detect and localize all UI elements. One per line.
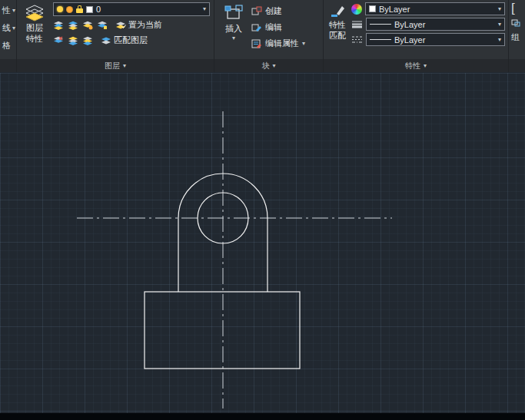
panel-left-partial: 性 ▾ 线 ▾ 格 <box>0 0 16 72</box>
edit-attributes-label: 编辑属性 <box>265 38 299 49</box>
layer-properties-label: 图层 <box>26 22 43 33</box>
color-swatch <box>369 5 376 12</box>
layer-state-icon[interactable] <box>53 36 64 45</box>
chevron-down-icon: ▾ <box>272 63 275 69</box>
object-color-dropdown[interactable]: ByLayer ▾ <box>365 2 505 15</box>
cad-drawing <box>0 73 525 420</box>
match-layer-icon <box>101 36 111 45</box>
layer-on-bulb-icon[interactable] <box>57 6 63 12</box>
layer-state-icon[interactable] <box>97 21 108 30</box>
panel-footer-label: 特性 <box>405 61 420 71</box>
linetype-value: ByLayer <box>394 35 425 45</box>
layers-stack-icon <box>25 4 45 22</box>
layer-state-icon[interactable] <box>68 36 78 45</box>
chevron-down-icon: ▾ <box>302 41 305 47</box>
partial-item-label: 性 <box>2 5 11 16</box>
panel-footer-layers[interactable]: 图层 ▾ <box>17 59 214 72</box>
create-block-label: 创建 <box>265 5 282 17</box>
layer-state-icon[interactable] <box>68 21 78 30</box>
layer-dropdown[interactable]: 0 ▾ <box>53 2 210 16</box>
group-objects-icon[interactable] <box>511 19 520 27</box>
linetype-icon[interactable] <box>351 35 363 44</box>
drawing-base-rectangle[interactable] <box>145 292 300 369</box>
insert-block-button[interactable]: 插入 ▾ <box>216 2 251 58</box>
set-current-button[interactable]: 置为当前 <box>115 19 162 31</box>
match-properties-label: 匹配 <box>329 30 346 41</box>
lineweight-icon[interactable] <box>351 20 363 28</box>
layer-state-icon[interactable] <box>53 21 64 30</box>
panel-layers: 图层 特性 0 ▾ <box>16 0 214 72</box>
edit-block-label: 编辑 <box>265 21 282 33</box>
set-current-icon <box>115 21 126 30</box>
ribbon: 性 ▾ 线 ▾ 格 图层 <box>0 0 525 72</box>
color-wheel-icon[interactable] <box>351 4 362 15</box>
match-properties-button[interactable]: 特性 匹配 <box>325 2 350 58</box>
panel-footer-properties[interactable]: 特性 ▾ <box>324 59 508 72</box>
linetype-dropdown[interactable]: ByLayer ▾ <box>366 33 505 46</box>
layer-color-swatch <box>86 6 93 13</box>
ribbon-partial-item[interactable]: 格 <box>0 37 16 55</box>
layer-state-icon[interactable] <box>82 21 93 30</box>
layer-unlock-icon[interactable] <box>76 8 83 13</box>
panel-footer-label: 图层 <box>105 61 120 71</box>
edit-block-icon <box>251 22 262 32</box>
linetype-sample <box>370 39 391 40</box>
chevron-down-icon: ▾ <box>203 6 206 12</box>
chevron-down-icon: ▾ <box>424 63 427 69</box>
panel-footer-label: 块 <box>261 61 269 71</box>
layer-dropdown-value: 0 <box>96 5 101 14</box>
panel-group-partial: [ 组 <box>508 0 525 72</box>
match-layer-button[interactable]: 匹配图层 <box>101 35 148 46</box>
insert-block-icon <box>224 4 244 22</box>
chevron-down-icon: ▾ <box>12 25 15 31</box>
object-color-value: ByLayer <box>379 5 410 14</box>
lineweight-dropdown[interactable]: ByLayer ▾ <box>366 18 505 31</box>
ribbon-partial-item[interactable]: 线 ▾ <box>0 19 16 37</box>
layer-properties-label: 特性 <box>26 33 43 44</box>
group-panel-label[interactable]: 组 <box>511 31 520 43</box>
match-properties-label: 特性 <box>329 19 346 30</box>
match-properties-icon <box>329 4 346 19</box>
chevron-down-icon: ▾ <box>232 35 235 41</box>
edit-attributes-button[interactable]: 编辑属性 ▾ <box>251 37 321 50</box>
lineweight-sample <box>370 24 391 25</box>
insert-block-label: 插入 <box>225 23 242 35</box>
partial-item-label: 线 <box>2 22 11 34</box>
layer-thaw-sun-icon[interactable] <box>66 6 73 13</box>
edit-block-button[interactable]: 编辑 <box>251 21 321 34</box>
partial-item-label: 格 <box>2 40 11 51</box>
chevron-down-icon: ▾ <box>123 63 126 69</box>
set-current-label: 置为当前 <box>128 19 162 31</box>
panel-footer-block[interactable]: 块 ▾ <box>214 59 323 72</box>
layer-state-icon[interactable] <box>82 36 93 45</box>
chevron-down-icon: ▾ <box>498 21 501 28</box>
layer-properties-button[interactable]: 图层 特性 <box>18 2 51 58</box>
group-bracket-icon: [ <box>511 2 515 15</box>
panel-footer-partial <box>509 59 525 72</box>
panel-footer-partial <box>0 59 16 72</box>
create-block-button[interactable]: 创建 <box>251 5 321 18</box>
panel-block: 插入 ▾ 创建 编辑 编辑属性 ▾ 块 ▾ <box>214 0 323 72</box>
chevron-down-icon: ▾ <box>12 8 15 14</box>
chevron-down-icon: ▾ <box>498 37 501 43</box>
edit-attributes-icon <box>251 38 262 48</box>
ribbon-partial-item[interactable]: 性 ▾ <box>0 2 16 19</box>
chevron-down-icon: ▾ <box>498 6 501 12</box>
model-space-canvas[interactable] <box>0 73 525 420</box>
bottom-bar <box>0 413 525 420</box>
lineweight-value: ByLayer <box>394 20 425 29</box>
match-layer-label: 匹配图层 <box>114 35 148 46</box>
create-block-icon <box>251 6 262 16</box>
panel-properties: 特性 匹配 ByLayer ▾ ByLayer <box>323 0 508 72</box>
